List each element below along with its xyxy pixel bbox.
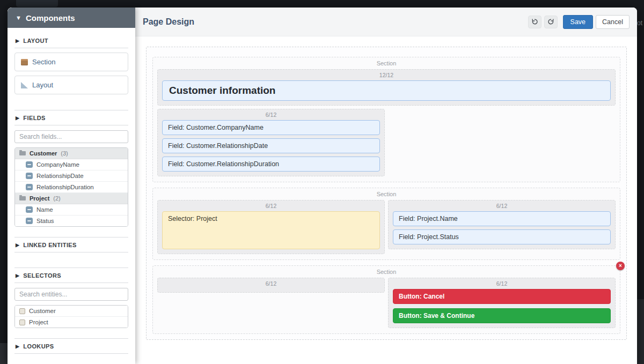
- section-header-label: FIELDS: [23, 115, 46, 121]
- divider: [14, 48, 128, 48]
- undo-button[interactable]: [528, 16, 541, 28]
- search-fields-input[interactable]: [14, 130, 128, 143]
- cancel-button[interactable]: Cancel: [596, 15, 630, 29]
- field-item-relationshipduration[interactable]: RelationshipDuration: [15, 182, 128, 193]
- group-name: Customer: [30, 150, 57, 157]
- group-count: (2): [53, 195, 60, 202]
- folder-icon: [19, 196, 26, 200]
- design-header: Page Design Save Cancel: [135, 8, 637, 36]
- field-group-customer[interactable]: Customer (3): [15, 148, 128, 159]
- section-label: Section: [157, 266, 616, 278]
- components-panel-header[interactable]: ▼ Components: [8, 8, 135, 28]
- field-item-relationshipdate[interactable]: RelationshipDate: [15, 170, 128, 182]
- backdrop-cropped-text: ot: [637, 19, 642, 27]
- redo-button[interactable]: [544, 16, 558, 28]
- column-6-12[interactable]: 6/12 Field: Project.Name Field: Project.…: [388, 200, 616, 249]
- column-width-label: 6/12: [162, 109, 380, 120]
- field-component[interactable]: Field: Project.Name: [393, 211, 611, 226]
- divider: [14, 268, 128, 268]
- field-component[interactable]: Field: Customer.CompanyName: [162, 120, 380, 135]
- expand-icon: ▶: [16, 115, 19, 121]
- section-grid: 6/12 Selector: Project 6/12 Field: Proje…: [157, 200, 616, 254]
- column-6-12[interactable]: 6/12 Button: Cancel Button: Save & Conti…: [388, 278, 616, 328]
- selectors-list: Customer Project: [14, 305, 128, 328]
- button-component-save-continue[interactable]: Button: Save & Continue: [393, 308, 611, 323]
- expand-icon: ▶: [16, 344, 19, 349]
- field-item-status[interactable]: Status: [15, 216, 128, 226]
- field-icon: [26, 161, 33, 168]
- header-actions: Save Cancel: [528, 15, 630, 29]
- field-icon: [26, 184, 33, 190]
- section-header-linked-entities[interactable]: ▶ LINKED ENTITIES: [16, 242, 128, 248]
- expand-icon: ▶: [16, 38, 19, 43]
- backdrop-left-panel: [0, 343, 8, 364]
- divider: [14, 110, 128, 110]
- field-icon: [26, 218, 33, 224]
- column-6-12[interactable]: 6/12 Selector: Project: [157, 200, 385, 254]
- page-designer-window: ▼ Components ▶ LAYOUT Section Layout ▶ F…: [8, 8, 637, 364]
- field-item-label: RelationshipDate: [36, 173, 84, 179]
- canvas-section-2[interactable]: Section 6/12 Selector: Project 6/12 Fiel…: [152, 188, 620, 260]
- entity-icon: [19, 308, 25, 314]
- column-6-12[interactable]: 6/12 Field: Customer.CompanyName Field: …: [157, 109, 385, 176]
- components-panel-body: ▶ LAYOUT Section Layout ▶ FIELDS: [8, 28, 135, 364]
- field-item-label: Status: [36, 218, 54, 224]
- group-count: (3): [61, 150, 68, 157]
- section-grid: 12/12 Customer information 6/12 Field: C…: [157, 69, 616, 176]
- section-header-selectors[interactable]: ▶ SELECTORS: [16, 272, 128, 279]
- column-width-label: 12/12: [162, 70, 611, 80]
- collapse-icon: ▼: [16, 14, 21, 21]
- field-group-project[interactable]: Project (2): [15, 193, 128, 204]
- design-main-area: Page Design Save Cancel: [135, 8, 637, 364]
- section-header-fields[interactable]: ▶ FIELDS: [16, 115, 128, 121]
- divider: [14, 353, 128, 354]
- divider: [14, 125, 128, 125]
- design-content: Section 12/12 Customer information 6/12 …: [135, 36, 637, 364]
- field-component[interactable]: Field: Project.Status: [393, 229, 611, 244]
- field-component[interactable]: Field: Customer.RelationshipDate: [162, 138, 380, 153]
- column-12-12[interactable]: 12/12 Customer information: [157, 69, 616, 106]
- canvas-section-3[interactable]: × Section 6/12 6/12 Button: Cancel Butto…: [152, 265, 620, 334]
- ruler-icon: [21, 82, 28, 88]
- layout-item-layout[interactable]: Layout: [14, 76, 128, 94]
- section-grid: 6/12 6/12 Button: Cancel Button: Save & …: [157, 278, 616, 328]
- selector-item-project[interactable]: Project: [15, 317, 128, 328]
- components-sidebar: ▼ Components ▶ LAYOUT Section Layout ▶ F…: [8, 8, 135, 364]
- selector-item-customer[interactable]: Customer: [15, 306, 128, 317]
- section-label: Section: [157, 57, 616, 69]
- divider: [14, 237, 128, 237]
- components-panel-title: Components: [26, 13, 75, 23]
- selector-item-label: Customer: [29, 308, 56, 314]
- canvas-section-1[interactable]: Section 12/12 Customer information 6/12 …: [152, 57, 620, 182]
- button-component-cancel[interactable]: Button: Cancel: [393, 289, 611, 304]
- selector-item-label: Project: [29, 319, 48, 325]
- divider: [14, 338, 128, 339]
- section-header-layout[interactable]: ▶ LAYOUT: [16, 38, 128, 44]
- section-header-label: SELECTORS: [23, 272, 61, 279]
- layout-item-label: Layout: [32, 81, 53, 89]
- layout-item-section[interactable]: Section: [14, 53, 128, 71]
- section-header-label: LINKED ENTITIES: [23, 242, 77, 248]
- selector-component[interactable]: Selector: Project: [162, 211, 380, 249]
- remove-section-button[interactable]: ×: [616, 262, 625, 270]
- field-component[interactable]: Field: Customer.RelationshipDuration: [162, 157, 380, 172]
- design-canvas[interactable]: Section 12/12 Customer information 6/12 …: [146, 47, 627, 340]
- undo-icon: [531, 18, 538, 25]
- field-item-label: CompanyName: [36, 161, 79, 168]
- field-item-name[interactable]: Name: [15, 204, 128, 216]
- box-icon: [21, 59, 28, 65]
- search-entities-input[interactable]: [14, 288, 128, 301]
- entity-icon: [19, 320, 25, 325]
- page-title: Page Design: [143, 17, 194, 27]
- title-component[interactable]: Customer information: [162, 80, 611, 101]
- save-button[interactable]: Save: [563, 15, 594, 29]
- column-width-label: 6/12: [162, 200, 380, 211]
- column-6-12-empty[interactable]: 6/12: [157, 278, 385, 293]
- divider: [14, 283, 128, 283]
- expand-icon: ▶: [16, 273, 19, 278]
- field-item-label: RelationshipDuration: [36, 184, 94, 190]
- column-width-label: 6/12: [162, 278, 380, 289]
- field-item-companyname[interactable]: CompanyName: [15, 159, 128, 170]
- section-header-lookups[interactable]: ▶ LOOKUPS: [16, 343, 128, 350]
- field-item-label: Name: [36, 206, 53, 213]
